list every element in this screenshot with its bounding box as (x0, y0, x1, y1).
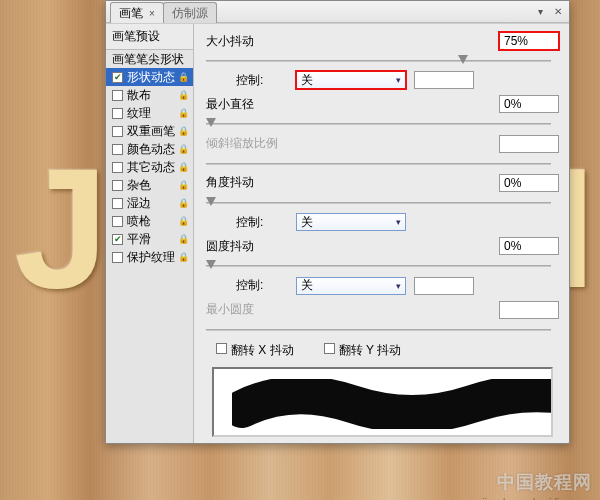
sidebar-item-shape-dynamics[interactable]: ✔ 形状动态 🔒 (106, 68, 193, 86)
brush-panel: 画笔× 仿制源 ▾ ✕ 画笔预设 画笔笔尖形状 ✔ 形状动态 🔒 散布 🔒 (105, 0, 570, 444)
lock-icon: 🔒 (178, 252, 189, 262)
sidebar-item-noise[interactable]: 杂色 🔒 (106, 176, 193, 194)
min-diameter-label: 最小直径 (206, 96, 296, 113)
min-roundness-slider (206, 323, 551, 334)
roundness-control-select[interactable]: 关▾ (296, 277, 406, 295)
size-jitter-input[interactable]: 75% (499, 32, 559, 50)
sidebar-item-label: 其它动态 (127, 159, 175, 176)
checkbox-icon[interactable] (112, 198, 123, 209)
sidebar-item-label: 喷枪 (127, 213, 151, 230)
angle-jitter-label: 角度抖动 (206, 174, 296, 191)
roundness-control-value[interactable] (414, 277, 474, 295)
flip-y-label: 翻转 Y 抖动 (339, 343, 401, 357)
sidebar-item-scattering[interactable]: 散布 🔒 (106, 86, 193, 104)
size-control-value[interactable] (414, 71, 474, 89)
collapse-icon[interactable]: ▾ (533, 5, 547, 19)
roundness-jitter-label: 圆度抖动 (206, 238, 296, 255)
sidebar-item-label: 散布 (127, 87, 151, 104)
checkbox-icon[interactable] (112, 108, 123, 119)
lock-icon: 🔒 (178, 72, 189, 82)
brush-presets-header[interactable]: 画笔预设 (106, 24, 193, 50)
sidebar-item-label: 画笔笔尖形状 (112, 51, 184, 68)
brush-preview (212, 367, 553, 437)
control-label: 控制: (206, 72, 296, 89)
flip-y-checkbox[interactable]: 翻转 Y 抖动 (324, 342, 401, 359)
select-value: 关 (301, 214, 313, 231)
checkbox-icon[interactable] (112, 126, 123, 137)
size-jitter-label: 大小抖动 (206, 33, 296, 50)
angle-jitter-slider[interactable] (206, 196, 551, 207)
sidebar-item-label: 杂色 (127, 177, 151, 194)
sidebar-item-label: 保护纹理 (127, 249, 175, 266)
chevron-down-icon: ▾ (396, 75, 401, 85)
checkbox-icon[interactable] (112, 216, 123, 227)
lock-icon: 🔒 (178, 90, 189, 100)
checkbox-icon[interactable] (112, 252, 123, 263)
sidebar-item-other-dynamics[interactable]: 其它动态 🔒 (106, 158, 193, 176)
sidebar-item-label: 形状动态 (127, 69, 175, 86)
tilt-scale-input (499, 135, 559, 153)
lock-icon: 🔒 (178, 198, 189, 208)
sidebar: 画笔预设 画笔笔尖形状 ✔ 形状动态 🔒 散布 🔒 纹理 🔒 双重画笔 (106, 24, 194, 443)
sidebar-item-brush-tip[interactable]: 画笔笔尖形状 (106, 50, 193, 68)
titlebar: 画笔× 仿制源 ▾ ✕ (106, 1, 569, 23)
checkbox-icon[interactable] (112, 162, 123, 173)
min-roundness-label: 最小圆度 (206, 301, 296, 318)
checkbox-icon[interactable] (112, 180, 123, 191)
sidebar-item-label: 颜色动态 (127, 141, 175, 158)
settings-main: 大小抖动 75% 控制: 关▾ 最小直径 0% 倾斜缩放比例 (194, 24, 569, 443)
size-jitter-slider[interactable] (206, 54, 551, 65)
tab-label: 画笔 (119, 6, 143, 20)
close-icon[interactable]: ✕ (551, 5, 565, 19)
angle-jitter-input[interactable]: 0% (499, 174, 559, 192)
sidebar-item-color-dynamics[interactable]: 颜色动态 🔒 (106, 140, 193, 158)
tilt-scale-slider (206, 157, 551, 168)
min-roundness-input (499, 301, 559, 319)
sidebar-item-label: 湿边 (127, 195, 151, 212)
control-label: 控制: (206, 214, 296, 231)
select-value: 关 (301, 277, 313, 294)
lock-icon: 🔒 (178, 126, 189, 136)
flip-x-label: 翻转 X 抖动 (231, 343, 294, 357)
sidebar-item-label: 双重画笔 (127, 123, 175, 140)
sidebar-item-dual-brush[interactable]: 双重画笔 🔒 (106, 122, 193, 140)
roundness-jitter-slider[interactable] (206, 259, 551, 270)
sidebar-item-wet-edges[interactable]: 湿边 🔒 (106, 194, 193, 212)
flip-x-checkbox[interactable]: 翻转 X 抖动 (216, 342, 294, 359)
size-control-select[interactable]: 关▾ (296, 71, 406, 89)
lock-icon: 🔒 (178, 216, 189, 226)
checkbox-icon[interactable]: ✔ (112, 72, 123, 83)
angle-control-select[interactable]: 关▾ (296, 213, 406, 231)
sidebar-item-label: 纹理 (127, 105, 151, 122)
sidebar-item-texture[interactable]: 纹理 🔒 (106, 104, 193, 122)
control-label: 控制: (206, 277, 296, 294)
checkbox-icon[interactable] (112, 144, 123, 155)
checkbox-icon[interactable] (112, 90, 123, 101)
lock-icon: 🔒 (178, 180, 189, 190)
roundness-jitter-input[interactable]: 0% (499, 237, 559, 255)
lock-icon: 🔒 (178, 162, 189, 172)
sidebar-item-smoothing[interactable]: ✔ 平滑 🔒 (106, 230, 193, 248)
tab-brush[interactable]: 画笔× (110, 2, 164, 23)
chevron-down-icon: ▾ (396, 217, 401, 227)
lock-icon: 🔒 (178, 108, 189, 118)
checkbox-icon[interactable]: ✔ (112, 234, 123, 245)
sidebar-item-airbrush[interactable]: 喷枪 🔒 (106, 212, 193, 230)
lock-icon: 🔒 (178, 144, 189, 154)
select-value: 关 (301, 72, 313, 89)
brush-stroke-icon (232, 379, 553, 429)
lock-icon: 🔒 (178, 234, 189, 244)
checkbox-icon (324, 343, 335, 354)
watermark: 中国教程网 (497, 470, 592, 494)
chevron-down-icon: ▾ (396, 281, 401, 291)
checkbox-icon (216, 343, 227, 354)
tab-clone-source[interactable]: 仿制源 (163, 2, 217, 23)
sidebar-item-protect-texture[interactable]: 保护纹理 🔒 (106, 248, 193, 266)
min-diameter-slider[interactable] (206, 117, 551, 128)
tilt-scale-label: 倾斜缩放比例 (206, 135, 296, 152)
min-diameter-input[interactable]: 0% (499, 95, 559, 113)
tab-label: 仿制源 (172, 6, 208, 20)
sidebar-item-label: 平滑 (127, 231, 151, 248)
tab-close-icon[interactable]: × (149, 8, 155, 19)
